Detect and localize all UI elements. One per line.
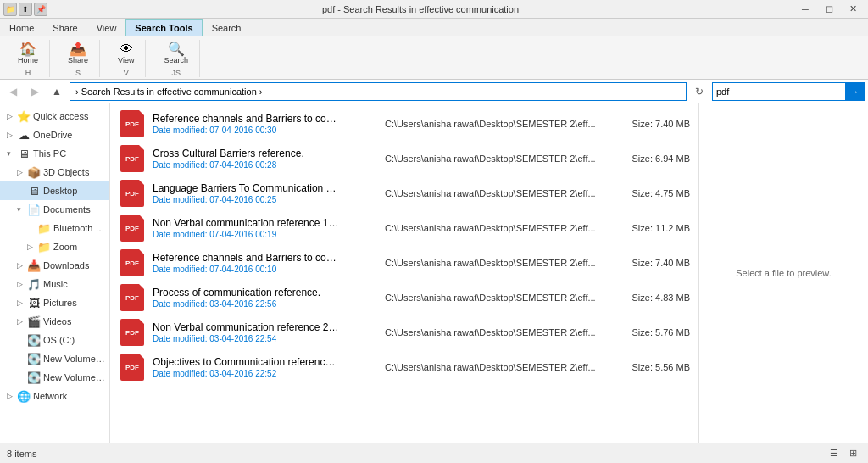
arrow-icon: ▷ (7, 392, 17, 400)
pdf-icon: PDF (120, 249, 144, 276)
back-button[interactable]: ◀ (3, 82, 22, 101)
file-icon: PDF (119, 215, 146, 242)
item-count: 8 items (7, 449, 36, 459)
ribbon-group-share: 📤 Share S (57, 40, 100, 77)
view-button[interactable]: 👁 View (114, 40, 138, 67)
title-bar-icons: 📁 ⬆ 📌 (3, 3, 47, 16)
tab-view[interactable]: View (87, 19, 126, 36)
file-icon: PDF (119, 249, 146, 276)
sidebar-item-label: Quick access (33, 111, 88, 121)
minimize-button[interactable]: ─ (793, 0, 817, 19)
new-volume-f-icon: 💽 (27, 371, 41, 384)
tab-search[interactable]: Search (203, 19, 251, 36)
ribbon-group-view: 👁 View V (107, 40, 146, 77)
view-group-label: V (124, 69, 129, 77)
os-c-icon: 💽 (27, 333, 41, 347)
table-row[interactable]: PDF Process of communication reference. … (114, 281, 695, 315)
close-button[interactable]: ✕ (841, 0, 865, 19)
sidebar-item-new-volume-e[interactable]: 💽 New Volume (E:) (0, 349, 109, 368)
file-icon: PDF (119, 180, 146, 207)
tab-home[interactable]: Home (0, 19, 43, 36)
sidebar-item-label: OneDrive (33, 130, 72, 140)
share-icon: 📤 (70, 42, 86, 56)
sidebar-item-zoom[interactable]: ▷ 📁 Zoom (0, 237, 109, 256)
arrow-icon: ▷ (17, 298, 27, 307)
sidebar-item-onedrive[interactable]: ▷ ☁ OneDrive (0, 126, 109, 144)
file-path: C:\Users\anisha rawat\Desktop\SEMESTER 2… (376, 153, 614, 164)
file-date: Date modified: 07-04-2016 00:25 (153, 195, 376, 204)
file-size: Size: 6.94 MB (614, 153, 690, 164)
sidebar-item-quick-access[interactable]: ▷ ⭐ Quick access (0, 107, 109, 126)
file-path: C:\Users\anisha rawat\Desktop\SEMESTER 2… (376, 223, 614, 233)
file-date: Date modified: 07-04-2016 00:10 (153, 265, 376, 274)
file-size: Size: 4.75 MB (614, 188, 690, 198)
home-button[interactable]: 🏠 Home (14, 40, 42, 67)
sidebar-item-music[interactable]: ▷ 🎵 Music (0, 275, 109, 293)
sidebar-item-bluetooth[interactable]: 📁 Bluetooth Exchan... (0, 219, 109, 237)
network-icon: 🌐 (17, 389, 31, 403)
sidebar-item-this-pc[interactable]: ▾ 🖥 This PC (0, 144, 109, 163)
sidebar-item-label: OS (C:) (43, 335, 75, 345)
onedrive-icon: ☁ (17, 128, 31, 142)
large-icons-button[interactable]: ⊞ (844, 446, 861, 461)
address-path[interactable]: › Search Results in effective communicat… (70, 82, 687, 101)
tab-search-tools[interactable]: Search Tools (125, 19, 202, 36)
search-ribbon-button[interactable]: 🔍 Search (159, 40, 192, 67)
search-input[interactable] (713, 86, 845, 97)
table-row[interactable]: PDF Cross Cultural Barriers reference. D… (114, 142, 695, 176)
sidebar-item-label: Network (33, 391, 67, 401)
sidebar-item-label: New Volume (E:) (43, 354, 106, 364)
forward-button[interactable]: ▶ (25, 82, 44, 101)
view-label: View (118, 56, 134, 64)
bluetooth-icon: 📁 (37, 221, 51, 235)
search-go-button[interactable]: → (845, 82, 864, 101)
sidebar-item-network[interactable]: ▷ 🌐 Network (0, 387, 109, 405)
details-view-button[interactable]: ☰ (826, 446, 843, 461)
pin-tb[interactable]: 📌 (34, 3, 47, 16)
share-buttons: 📤 Share (64, 40, 92, 67)
file-path: C:\Users\anisha rawat\Desktop\SEMESTER 2… (376, 258, 614, 268)
table-row[interactable]: PDF Reference channels and Barriers to c… (114, 107, 695, 142)
sidebar-item-label: Bluetooth Exchan... (53, 223, 106, 233)
file-size: Size: 5.56 MB (614, 362, 690, 372)
videos-icon: 🎬 (27, 315, 41, 328)
sidebar-item-documents[interactable]: ▾ 📄 Documents (0, 200, 109, 219)
this-pc-icon: 🖥 (17, 147, 31, 160)
quick-access-tb[interactable]: ⬆ (19, 3, 32, 16)
share-button[interactable]: 📤 Share (64, 40, 92, 67)
sidebar-item-label: Pictures (43, 298, 77, 308)
up-button[interactable]: ▲ (47, 82, 66, 101)
arrow-icon: ▷ (7, 112, 17, 120)
sidebar-item-downloads[interactable]: ▷ 📥 Downloads (0, 256, 109, 275)
file-info: Objectives to Communication reference.p.… (153, 356, 376, 378)
table-row[interactable]: PDF Objectives to Communication referenc… (114, 350, 695, 385)
sidebar-item-os-c[interactable]: 💽 OS (C:) (0, 331, 109, 349)
pdf-icon: PDF (120, 110, 144, 137)
file-name: Non Verbal communication reference 1 (..… (153, 217, 339, 229)
title-bar-left: 📁 ⬆ 📌 (3, 3, 47, 16)
tab-share[interactable]: Share (43, 19, 86, 36)
new-volume-e-icon: 💽 (27, 352, 41, 365)
sidebar-item-label: This PC (33, 148, 66, 159)
share-label: Share (68, 56, 88, 64)
sidebar-item-3d-objects[interactable]: ▷ 📦 3D Objects (0, 163, 109, 181)
sidebar-item-videos[interactable]: ▷ 🎬 Videos (0, 312, 109, 331)
status-bar: 8 items ☰ ⊞ (0, 443, 868, 463)
refresh-button[interactable]: ↻ (690, 82, 709, 101)
arrow-icon: ▷ (17, 168, 27, 176)
file-path: C:\Users\anisha rawat\Desktop\SEMESTER 2… (376, 119, 614, 129)
table-row[interactable]: PDF Reference channels and Barriers to c… (114, 246, 695, 281)
file-info: Reference channels and Barriers to comm.… (153, 113, 376, 135)
zoom-icon: 📁 (37, 240, 51, 254)
table-row[interactable]: PDF Non Verbal communication reference 1… (114, 211, 695, 246)
search-buttons: 🔍 Search (159, 40, 192, 67)
ribbon-content: 🏠 Home H 📤 Share S 👁 View V (0, 36, 868, 81)
sidebar-item-pictures[interactable]: ▷ 🖼 Pictures (0, 293, 109, 312)
home-buttons: 🏠 Home (14, 40, 42, 67)
table-row[interactable]: PDF Language Barriers To Communication r… (114, 176, 695, 211)
sidebar-item-desktop[interactable]: 🖥 Desktop (0, 181, 109, 200)
maximize-button[interactable]: ◻ (817, 0, 841, 19)
table-row[interactable]: PDF Non Verbal communication reference 2… (114, 315, 695, 350)
search-ribbon-label: Search (164, 56, 188, 64)
sidebar-item-new-volume-f[interactable]: 💽 New Volume (F:) (0, 368, 109, 387)
